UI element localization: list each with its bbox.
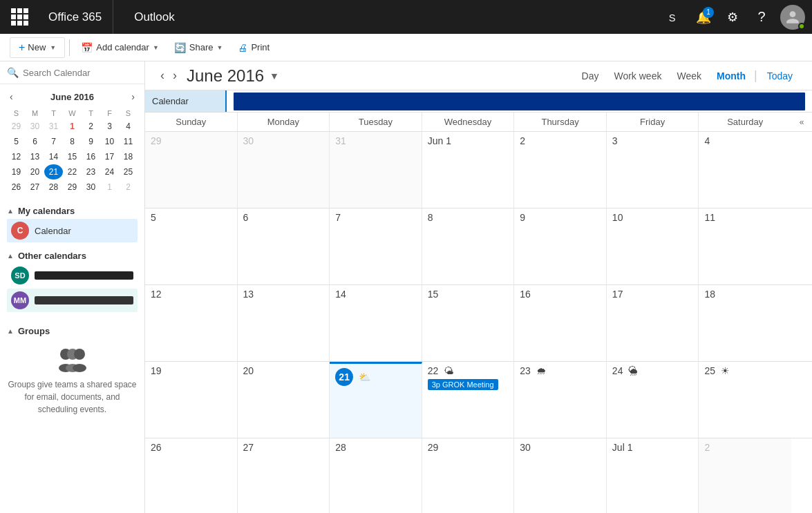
view-today[interactable]: Today bbox=[759, 68, 801, 84]
mini-cal-day[interactable]: 19 bbox=[7, 164, 26, 180]
mini-cal-day[interactable]: 20 bbox=[26, 164, 44, 180]
cal-cell[interactable]: 4 bbox=[699, 132, 791, 208]
mini-cal-day[interactable]: 2 bbox=[82, 119, 100, 134]
other-calendars-header[interactable]: ▲ Other calendars bbox=[7, 248, 138, 264]
settings-btn[interactable]: ⚙ bbox=[719, 4, 746, 30]
collapse-col-btn[interactable]: « bbox=[791, 113, 812, 131]
mini-cal-day[interactable]: 31 bbox=[44, 119, 63, 134]
mini-cal-day[interactable]: 8 bbox=[63, 134, 82, 149]
cal-cell[interactable]: 24🌦 bbox=[607, 362, 699, 438]
mini-cal-prev[interactable]: ‹ bbox=[7, 90, 16, 104]
mini-cal-day[interactable]: 15 bbox=[63, 149, 82, 164]
cal-month-dropdown[interactable]: ▼ bbox=[270, 70, 279, 81]
add-calendar-button[interactable]: 📅 Add calendar ▼ bbox=[74, 39, 166, 57]
cal-cell[interactable]: 11 bbox=[699, 209, 791, 284]
cal-cell[interactable]: 28 bbox=[330, 438, 422, 513]
mini-cal-day[interactable]: 18 bbox=[119, 149, 138, 164]
cal-cell[interactable]: 17 bbox=[607, 285, 699, 361]
cal-cell[interactable]: 23🌧 bbox=[514, 362, 607, 438]
mini-cal-day[interactable]: 28 bbox=[44, 180, 63, 195]
cal-cell[interactable]: 3 bbox=[607, 132, 699, 208]
avatar[interactable] bbox=[780, 5, 805, 30]
cal-cell[interactable]: 30 bbox=[514, 438, 607, 513]
mini-cal-day[interactable]: 30 bbox=[26, 119, 44, 134]
view-workweek[interactable]: Work week bbox=[607, 68, 668, 84]
mini-cal-day[interactable]: 2 bbox=[119, 180, 138, 195]
cal-cell[interactable]: 18 bbox=[699, 285, 791, 361]
cal-cell[interactable]: 16 bbox=[514, 285, 607, 361]
event-chip[interactable]: 3p GROK Meeting bbox=[428, 379, 498, 390]
help-btn[interactable]: ? bbox=[748, 4, 775, 30]
calendar-item-calendar[interactable]: C Calendar bbox=[7, 219, 138, 242]
mini-cal-day[interactable]: 13 bbox=[26, 149, 44, 164]
cal-cell[interactable]: 10 bbox=[607, 209, 699, 284]
mini-cal-day[interactable]: 27 bbox=[26, 180, 44, 195]
other-cal-item-sd[interactable]: SD bbox=[7, 264, 138, 287]
mini-cal-day[interactable]: 9 bbox=[82, 134, 100, 149]
mini-cal-day[interactable]: 29 bbox=[7, 119, 26, 134]
cal-cell[interactable]: 19 bbox=[145, 362, 238, 438]
search-input[interactable] bbox=[23, 68, 138, 78]
cal-cell[interactable]: 7 bbox=[330, 209, 422, 284]
cal-cell[interactable]: Jul 1 bbox=[607, 438, 699, 513]
mini-cal-day[interactable]: 29 bbox=[63, 180, 82, 195]
new-event-input-area[interactable] bbox=[234, 93, 805, 110]
cal-cell[interactable]: 2 bbox=[514, 132, 607, 208]
cal-cell[interactable]: 29 bbox=[422, 438, 515, 513]
mini-cal-day[interactable]: 17 bbox=[100, 149, 119, 164]
my-calendars-header[interactable]: ▲ My calendars bbox=[7, 203, 138, 219]
mini-cal-day[interactable]: 14 bbox=[44, 149, 63, 164]
skype-icon-btn[interactable]: S bbox=[661, 4, 688, 30]
cal-cell[interactable]: 29 bbox=[145, 132, 238, 208]
cal-cell[interactable]: 25☀ bbox=[699, 362, 791, 438]
view-week[interactable]: Week bbox=[670, 68, 708, 84]
cal-cell[interactable]: 2 bbox=[699, 438, 791, 513]
mini-cal-day[interactable]: 21 bbox=[44, 164, 63, 180]
cal-cell[interactable]: 26 bbox=[145, 438, 238, 513]
cal-nav-next[interactable]: › bbox=[169, 66, 181, 86]
mini-cal-day[interactable]: 26 bbox=[7, 180, 26, 195]
cal-cell[interactable]: 15 bbox=[422, 285, 515, 361]
new-button[interactable]: + New ▼ bbox=[10, 37, 65, 58]
cal-cell[interactable]: 21⛅ bbox=[330, 362, 422, 438]
view-month[interactable]: Month bbox=[710, 68, 753, 84]
cal-cell[interactable]: 6 bbox=[238, 209, 330, 284]
cal-cell[interactable]: 5 bbox=[145, 209, 238, 284]
mini-cal-day[interactable]: 1 bbox=[100, 180, 119, 195]
mini-cal-day[interactable]: 4 bbox=[119, 119, 138, 134]
share-button[interactable]: 🔄 Share ▼ bbox=[167, 39, 230, 57]
other-cal-item-mm[interactable]: MM bbox=[7, 289, 138, 312]
mini-cal-day[interactable]: 30 bbox=[82, 180, 100, 195]
cal-cell[interactable]: 14 bbox=[330, 285, 422, 361]
cal-cell[interactable]: 27 bbox=[238, 438, 330, 513]
cal-cell[interactable]: 9 bbox=[514, 209, 607, 284]
cal-cell[interactable]: 12 bbox=[145, 285, 238, 361]
mini-cal-day[interactable]: 3 bbox=[100, 119, 119, 134]
mini-cal-day[interactable]: 22 bbox=[63, 164, 82, 180]
mini-cal-day[interactable]: 6 bbox=[26, 134, 44, 149]
view-day[interactable]: Day bbox=[575, 68, 606, 84]
mini-cal-day[interactable]: 23 bbox=[82, 164, 100, 180]
groups-header[interactable]: ▲ Groups bbox=[7, 323, 138, 339]
cal-cell[interactable]: Jun 1 bbox=[422, 132, 515, 208]
print-button[interactable]: 🖨 Print bbox=[231, 39, 276, 57]
cal-nav-prev[interactable]: ‹ bbox=[156, 66, 169, 86]
mini-cal-day[interactable]: 7 bbox=[44, 134, 63, 149]
cal-cell[interactable]: 13 bbox=[238, 285, 330, 361]
cal-cell[interactable]: 30 bbox=[238, 132, 330, 208]
waffle-menu[interactable] bbox=[7, 5, 32, 30]
mini-cal-next[interactable]: › bbox=[129, 90, 138, 104]
mini-cal-day[interactable]: 1 bbox=[63, 119, 82, 134]
cal-cell[interactable]: 22🌤3p GROK Meeting bbox=[422, 362, 515, 438]
mini-cal-day[interactable]: 12 bbox=[7, 149, 26, 164]
mini-cal-day[interactable]: 16 bbox=[82, 149, 100, 164]
mini-cal-day[interactable]: 24 bbox=[100, 164, 119, 180]
mini-cal-day[interactable]: 25 bbox=[119, 164, 138, 180]
mini-cal-day[interactable]: 11 bbox=[119, 134, 138, 149]
cal-cell[interactable]: 31 bbox=[330, 132, 422, 208]
mini-cal-day[interactable]: 5 bbox=[7, 134, 26, 149]
mini-cal-day[interactable]: 10 bbox=[100, 134, 119, 149]
notifications-btn[interactable]: 🔔 1 bbox=[690, 4, 717, 30]
cal-cell[interactable]: 8 bbox=[422, 209, 515, 284]
cal-cell[interactable]: 20 bbox=[238, 362, 330, 438]
